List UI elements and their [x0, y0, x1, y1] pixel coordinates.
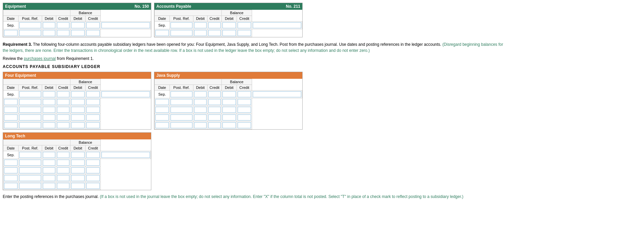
- js-row5-bal-credit[interactable]: [237, 122, 252, 129]
- equipment-row1-bal-credit[interactable]: [101, 22, 151, 29]
- equipment-row1-debit-input[interactable]: [57, 22, 69, 28]
- lt-row2-bal-credit-input[interactable]: [86, 160, 100, 166]
- js-row2-date-input[interactable]: [155, 99, 169, 105]
- fe-row5-postref-input[interactable]: [19, 122, 41, 128]
- js-row5-debit-input[interactable]: [194, 122, 207, 128]
- equipment-row1-credit-input[interactable]: [71, 22, 85, 28]
- lt-row3-bal-credit-input[interactable]: [86, 167, 100, 173]
- js-row4-date[interactable]: [155, 114, 170, 122]
- lt-row1-bal-debit-input[interactable]: [86, 152, 100, 158]
- lt-row4-bal-credit-input[interactable]: [86, 175, 100, 181]
- js-row5-bal-debit-input[interactable]: [222, 122, 236, 128]
- ap-row2-bal-credit[interactable]: [237, 29, 252, 37]
- lt-row2-credit[interactable]: [56, 159, 70, 167]
- lt-row2-date[interactable]: [3, 159, 19, 167]
- js-row3-bal-credit[interactable]: [237, 106, 252, 114]
- lt-row5-credit-input[interactable]: [57, 183, 69, 189]
- js-row4-bal-credit-input[interactable]: [238, 114, 251, 121]
- ap-row1-postref[interactable]: [193, 22, 208, 29]
- lt-row2-debit-input[interactable]: [43, 160, 55, 166]
- js-row3-bal-debit[interactable]: [222, 106, 237, 114]
- lt-row5-date-input[interactable]: [4, 183, 18, 189]
- equipment-row1-bal-debit-input[interactable]: [86, 22, 100, 28]
- js-row4-bal-debit-input[interactable]: [222, 114, 236, 121]
- equipment-row2-date[interactable]: [3, 29, 19, 37]
- fe-row2-postref-input[interactable]: [19, 99, 41, 105]
- lt-row4-bal-debit[interactable]: [70, 174, 86, 182]
- fe-row5-credit-input[interactable]: [57, 122, 69, 128]
- fe-row2-bal-debit[interactable]: [70, 98, 86, 106]
- fe-row2-date[interactable]: [3, 98, 19, 106]
- js-row1-day-input[interactable]: [171, 91, 192, 97]
- fe-row1-bal-debit[interactable]: [86, 91, 101, 98]
- fe-row4-bal-credit-input[interactable]: [86, 114, 100, 121]
- js-row2-debit-input[interactable]: [194, 99, 207, 105]
- ap-row1-bal-debit-input[interactable]: [238, 22, 251, 28]
- lt-row1-debit-input[interactable]: [57, 152, 69, 158]
- fe-row5-debit-input[interactable]: [43, 122, 55, 128]
- lt-row1-day-input[interactable]: [19, 152, 41, 158]
- js-row2-postref-input[interactable]: [171, 99, 192, 105]
- js-row3-bal-debit-input[interactable]: [222, 107, 236, 113]
- fe-row1-debit-input[interactable]: [57, 91, 69, 97]
- js-row4-credit-input[interactable]: [208, 114, 221, 121]
- fe-row5-bal-debit-input[interactable]: [71, 122, 85, 128]
- fe-row4-bal-debit[interactable]: [70, 114, 86, 122]
- fe-row2-credit[interactable]: [56, 98, 70, 106]
- lt-row4-bal-debit-input[interactable]: [71, 175, 85, 181]
- lt-row3-credit[interactable]: [56, 167, 70, 174]
- fe-row4-bal-debit-input[interactable]: [71, 114, 85, 121]
- lt-row5-credit[interactable]: [56, 182, 70, 190]
- ap-row1-debit[interactable]: [208, 22, 222, 29]
- lt-row4-date-input[interactable]: [4, 175, 18, 181]
- js-row3-postref-input[interactable]: [171, 107, 192, 113]
- fe-row3-bal-credit[interactable]: [86, 106, 101, 114]
- fe-row4-debit-input[interactable]: [43, 114, 55, 121]
- equipment-row1-bal-credit-input[interactable]: [101, 22, 150, 28]
- lt-row3-debit-input[interactable]: [43, 167, 55, 173]
- fe-row3-credit[interactable]: [56, 106, 70, 114]
- equipment-row2-bal-debit[interactable]: [70, 29, 86, 37]
- lt-row5-postref-input[interactable]: [19, 183, 41, 189]
- js-row1-bal-credit-input[interactable]: [253, 91, 301, 97]
- lt-row4-debit-input[interactable]: [43, 175, 55, 181]
- js-row4-bal-debit[interactable]: [222, 114, 237, 122]
- ap-row2-debit-input[interactable]: [194, 30, 207, 36]
- fe-row1-bal-credit[interactable]: [101, 91, 151, 98]
- fe-row4-credit-input[interactable]: [57, 114, 69, 121]
- js-row1-postref-input[interactable]: [194, 91, 207, 97]
- fe-row4-date-input[interactable]: [4, 114, 18, 121]
- fe-row1-day-input[interactable]: [19, 91, 41, 97]
- ap-row2-credit-input[interactable]: [208, 30, 221, 36]
- lt-row4-bal-credit[interactable]: [86, 174, 101, 182]
- js-row3-bal-credit-input[interactable]: [238, 107, 251, 113]
- lt-row5-debit-input[interactable]: [43, 183, 55, 189]
- js-row4-bal-credit[interactable]: [237, 114, 252, 122]
- js-row5-postref[interactable]: [170, 122, 193, 129]
- lt-row5-bal-credit[interactable]: [86, 182, 101, 190]
- lt-row4-debit[interactable]: [42, 174, 56, 182]
- js-row5-debit[interactable]: [193, 122, 208, 129]
- fe-row3-date[interactable]: [3, 106, 19, 114]
- js-row5-date-input[interactable]: [155, 122, 169, 128]
- fe-row5-bal-debit[interactable]: [70, 122, 86, 129]
- js-row5-bal-debit[interactable]: [222, 122, 237, 129]
- js-row5-credit-input[interactable]: [208, 122, 221, 128]
- equipment-row2-debit[interactable]: [42, 29, 56, 37]
- js-row4-date-input[interactable]: [155, 114, 169, 121]
- fe-row5-credit[interactable]: [56, 122, 70, 129]
- fe-row3-postref[interactable]: [19, 106, 42, 114]
- lt-row3-date-input[interactable]: [4, 167, 18, 173]
- js-row2-credit-input[interactable]: [208, 99, 221, 105]
- lt-row1-postref-input[interactable]: [43, 152, 55, 158]
- fe-row1-credit-input[interactable]: [71, 91, 85, 97]
- lt-row2-bal-debit[interactable]: [70, 159, 86, 167]
- lt-row5-postref[interactable]: [19, 182, 42, 190]
- equipment-row2-bal-credit-input[interactable]: [86, 30, 100, 36]
- lt-row3-bal-credit[interactable]: [86, 167, 101, 174]
- js-row5-bal-credit-input[interactable]: [238, 122, 251, 128]
- lt-row3-bal-debit-input[interactable]: [71, 167, 85, 173]
- fe-row3-credit-input[interactable]: [57, 107, 69, 113]
- ap-row1-postref-input[interactable]: [194, 22, 207, 28]
- lt-row2-postref[interactable]: [19, 159, 42, 167]
